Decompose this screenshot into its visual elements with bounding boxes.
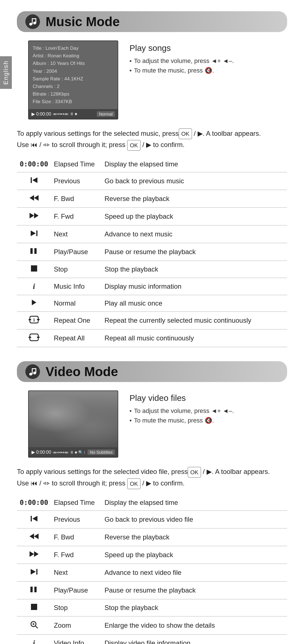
- v-next-icon: [30, 568, 38, 576]
- player-channels: Channels : 2: [33, 83, 114, 90]
- svg-marker-8: [34, 195, 39, 201]
- table-row: Stop Stop the playback: [17, 261, 287, 278]
- desc-repeat-one: Repeat the currently selected music cont…: [102, 312, 287, 329]
- desc-music-info: Display music information: [102, 278, 287, 295]
- desc-v-play-pause: Pause or resume the playback: [102, 581, 287, 599]
- video-icon-svg: [28, 367, 37, 376]
- v-fast-forward-icon: [29, 550, 39, 558]
- svg-marker-17: [37, 319, 40, 321]
- ok-btn-4: OK: [127, 478, 140, 489]
- desc-v-fbwd: Reverse the playback: [102, 528, 287, 546]
- svg-rect-5: [31, 177, 32, 183]
- player-album: Album : 10 Years Of Hits: [33, 60, 114, 67]
- table-row: i Music Info Display music information: [17, 278, 287, 295]
- label-previous: Previous: [51, 172, 102, 190]
- icon-v-previous: [17, 510, 51, 528]
- table-row: Previous Go back to previous video file: [17, 510, 287, 528]
- play-songs-bullets: To adjust the volume, press ◄+ ◄–. To mu…: [129, 57, 287, 74]
- label-v-ffwd: F. Fwd: [51, 546, 102, 564]
- label-music-info: Music Info: [51, 278, 102, 295]
- zoom-icon: [30, 620, 38, 629]
- icon-rewind: [17, 190, 51, 208]
- video-section-header: Video Mode: [17, 361, 287, 382]
- icon-zoom: [17, 616, 51, 634]
- icon-repeat-one: 1: [17, 312, 51, 329]
- icon-normal: [17, 295, 51, 312]
- music-top-content: Title : Lovin'Each Day Artist : Ronan Ke…: [28, 40, 287, 119]
- svg-text:1: 1: [33, 318, 35, 322]
- svg-rect-34: [36, 569, 37, 575]
- table-row: i Video Info Display video file informat…: [17, 634, 287, 644]
- play-songs-heading: Play songs: [129, 43, 287, 53]
- svg-marker-9: [30, 213, 34, 218]
- icon-stop: [17, 261, 51, 278]
- play-pause-icon: [30, 247, 38, 255]
- video-bullet-volume: To adjust the volume, press ◄+ ◄–.: [129, 407, 287, 415]
- table-row: Play/Pause Pause or resume the playback: [17, 243, 287, 261]
- desc-v-previous: Go back to previous video file: [102, 510, 287, 528]
- label-repeat-one: Repeat One: [51, 312, 102, 329]
- table-row: 0:00:00 Elapsed Time Display the elapsed…: [17, 495, 287, 511]
- label-repeat-all: Repeat All: [51, 329, 102, 347]
- video-thumbnail: [29, 391, 118, 447]
- icon-next: [17, 225, 51, 243]
- bullet-volume: To adjust the volume, press ◄+ ◄–.: [129, 57, 287, 65]
- previous-icon: [30, 176, 38, 184]
- svg-rect-36: [34, 587, 37, 592]
- table-row: F. Bwd Reverse the playback: [17, 190, 287, 208]
- video-player-time: ▶ 0:00:00: [32, 449, 51, 455]
- label-video-info: Video Info: [51, 634, 102, 644]
- v-stop-icon: [30, 603, 38, 611]
- table-row: 0:00:00 Elapsed Time Display the elapsed…: [17, 156, 287, 172]
- music-mode-icon: [25, 14, 40, 29]
- music-play-description: Play songs To adjust the volume, press ◄…: [129, 40, 287, 119]
- player-year: Year : 2004: [33, 67, 114, 75]
- musical-note-icon: [28, 17, 37, 26]
- icon-music-info: i: [17, 278, 51, 295]
- svg-rect-14: [34, 248, 37, 254]
- play-icon: [31, 299, 37, 306]
- label-zoom: Zoom: [51, 616, 102, 634]
- table-row: Play/Pause Pause or resume the playback: [17, 581, 287, 599]
- video-section: Video Mode ▶ 0:00:00 ⏮◀◀▶▶⏭ ⏸ ■ 🔍 i No S…: [17, 361, 287, 644]
- player-filesize: File Size : 3347KB: [33, 98, 114, 105]
- music-player-info: Title : Lovin'Each Day Artist : Ronan Ke…: [29, 41, 118, 109]
- svg-marker-18: [28, 318, 32, 320]
- icon-v-play-pause: [17, 581, 51, 599]
- icon-v-stop: [17, 599, 51, 616]
- video-player-controls: ▶ 0:00:00 ⏮◀◀▶▶⏭ ⏸ ■ 🔍 i No Subtitles: [29, 447, 118, 457]
- svg-rect-15: [31, 265, 37, 272]
- icon-previous: [17, 172, 51, 190]
- desc-stop: Stop the playback: [102, 261, 287, 278]
- icon-video-info: i: [17, 634, 51, 644]
- label-v-elapsed-time: Elapsed Time: [51, 495, 102, 511]
- table-row: Next Advance to next music: [17, 225, 287, 243]
- repeat-all-icon: [28, 333, 40, 341]
- table-row: Repeat All Repeat all music continuously: [17, 329, 287, 347]
- stop-icon: [30, 265, 38, 272]
- icon-repeat-all: [17, 329, 51, 347]
- music-player-controls: ▶ 0:00:00 ⏮◀◀▶▶⏭ ⏸ ■ Normal: [29, 109, 118, 119]
- svg-marker-21: [28, 336, 32, 338]
- player-title: Title : Lovin'Each Day: [33, 44, 114, 52]
- svg-rect-3: [32, 18, 35, 19]
- music-section-title: Music Mode: [46, 14, 120, 29]
- video-instruction: To apply various settings for the select…: [17, 466, 287, 489]
- ok-btn-3: OK: [188, 467, 201, 478]
- desc-ffwd: Speed up the playback: [102, 208, 287, 225]
- svg-rect-27: [31, 516, 32, 521]
- label-v-previous: Previous: [51, 510, 102, 528]
- fast-forward-icon: [29, 212, 39, 220]
- icon-v-next: [17, 564, 51, 581]
- v-play-pause-icon: [30, 586, 38, 593]
- desc-repeat-all: Repeat all music continuously: [102, 329, 287, 347]
- desc-fbwd: Reverse the playback: [102, 190, 287, 208]
- v-previous-icon: [30, 515, 38, 523]
- next-icon: [30, 229, 38, 237]
- svg-marker-30: [34, 534, 39, 539]
- video-feature-table: 0:00:00 Elapsed Time Display the elapsed…: [17, 495, 287, 644]
- music-player-screen: Title : Lovin'Each Day Artist : Ronan Ke…: [28, 40, 118, 119]
- english-sidebar-label: English: [0, 56, 12, 89]
- music-instruction: To apply various settings for the select…: [17, 128, 287, 151]
- svg-rect-26: [35, 368, 36, 373]
